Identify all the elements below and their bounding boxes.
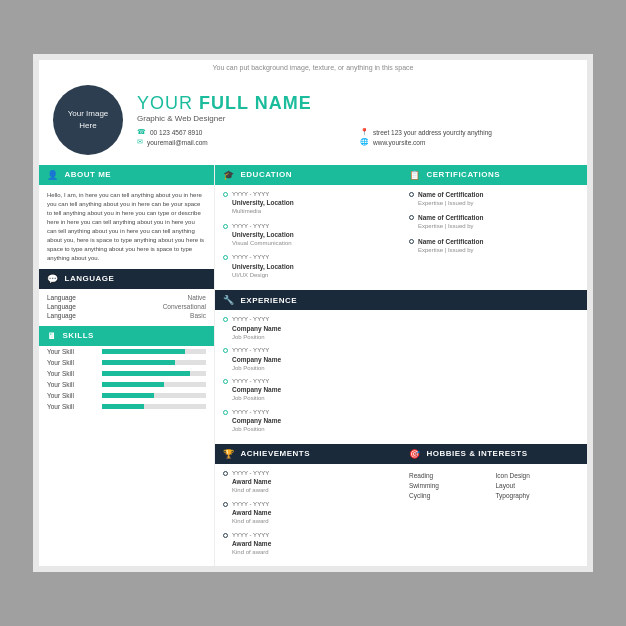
certifications-header: 📋 CERTIFICATIONS [401,165,587,185]
photo-circle: Your ImageHere [53,85,123,155]
skills-header: 🖥 SKILLS [39,326,214,346]
skill-bar-0 [102,349,206,354]
education-header: 🎓 EDUCATION [215,165,401,185]
achievements-list: YYYY - YYYY Award Name Kind of award YYY… [215,464,401,567]
bullet [223,379,228,384]
contact-phone: ☎ 00 123 4567 8910 [137,128,350,136]
skill-bar-5 [102,404,206,409]
education-list: YYYY - YYYY University, Location Multime… [215,185,401,291]
bullet [223,502,228,507]
education-label: EDUCATION [241,170,292,179]
list-item: YYYY - YYYY Company Name Job Position [223,346,579,372]
about-me-text: Hello, I am, in here you can tell anythi… [39,185,214,269]
list-item: Typography [496,492,580,499]
list-item: Your Skill [39,368,214,379]
list-item: Language Basic [47,312,206,319]
exp-0: YYYY - YYYY Company Name Job Position [232,315,281,341]
header-info: YOUR FULL NAME Graphic & Web Designer ☎ … [137,93,573,146]
contact-web: 🌐 www.yoursite.com [360,138,573,146]
skill-fill-4 [102,393,154,398]
list-item: Your Skill [39,390,214,401]
list-item: Language Native [47,294,206,301]
cert-text-0: Name of Certification Expertise | Issued… [418,190,483,207]
ach-2: YYYY - YYYY Award Name Kind of award [232,531,271,557]
lang-name-0: Language [47,294,76,301]
cert-text-1: Name of Certification Expertise | Issued… [418,213,483,230]
name-first: YOUR [137,93,199,113]
skill-fill-0 [102,349,185,354]
resume: Your ImageHere YOUR FULL NAME Graphic & … [39,75,587,567]
phone-icon: ☎ [137,128,146,136]
education-icon: 🎓 [223,170,235,180]
edu-text-1: YYYY - YYYY University, Location Visual … [232,222,294,248]
list-item: YYYY - YYYY University, Location Multime… [223,190,393,216]
hobbies-label: HOBBIES & INTERESTS [427,449,528,458]
skill-name-5: Your Skill [47,403,97,410]
cert-text-2: Name of Certification Expertise | Issued… [418,237,483,254]
about-me-header: 👤 ABOUT ME [39,165,214,185]
skill-bar-4 [102,393,206,398]
certifications-label: CERTIFICATIONS [427,170,501,179]
certifications-block: 📋 CERTIFICATIONS Name of Certification E… [401,165,587,291]
certifications-list: Name of Certification Expertise | Issued… [401,185,587,265]
language-header: 💬 LANGUAGE [39,269,214,289]
right-column: 🎓 EDUCATION YYYY - YYYY University, Loca… [214,165,587,567]
skill-fill-5 [102,404,144,409]
bullet [409,239,414,244]
top-banner: You can put background image, texture, o… [39,60,587,75]
bullet [409,215,414,220]
lang-name-1: Language [47,303,76,310]
trophy-icon: 🏆 [223,449,235,459]
list-item: Your Skill [39,401,214,412]
job-title: Graphic & Web Designer [137,114,573,123]
photo-text: Your ImageHere [68,108,109,130]
skill-name-3: Your Skill [47,381,97,388]
phone-text: 00 123 4567 8910 [150,129,202,136]
bullet [223,533,228,538]
bullet [223,192,228,197]
achievements-header: 🏆 ACHIEVEMENTS [215,444,401,464]
hobbies-grid: Reading Icon Design Swimming Layout Cycl… [409,472,579,499]
experience-header: 🔧 EXPERIENCE [215,290,587,310]
lang-level-0: Native [188,294,206,301]
web-icon: 🌐 [360,138,369,146]
skill-fill-1 [102,360,175,365]
list-item: Your Skill [39,379,214,390]
full-name: YOUR FULL NAME [137,93,573,114]
exp-3: YYYY - YYYY Company Name Job Position [232,408,281,434]
skill-name-2: Your Skill [47,370,97,377]
list-item: Name of Certification Expertise | Issued… [409,190,579,207]
list-item: Swimming [409,482,493,489]
name-last: FULL NAME [199,93,312,113]
cert-icon: 📋 [409,170,421,180]
list-item: Cycling [409,492,493,499]
skills-icon: 🖥 [47,331,57,341]
lang-level-1: Conversational [163,303,206,310]
edu-text-0: YYYY - YYYY University, Location Multime… [232,190,294,216]
resume-wrapper: You can put background image, texture, o… [33,54,593,573]
bullet [223,317,228,322]
address-text: street 123 your address yourcity anythin… [373,129,492,136]
experience-icon: 🔧 [223,295,235,305]
bullet [409,192,414,197]
language-icon: 💬 [47,274,59,284]
list-item: YYYY - YYYY Award Name Kind of award [223,531,393,557]
list-item: YYYY - YYYY University, Location Visual … [223,222,393,248]
language-label: LANGUAGE [65,274,115,283]
list-item: YYYY - YYYY Company Name Job Position [223,408,579,434]
skills-section: 🖥 SKILLS Your Skill Your Skill Your Skil… [39,326,214,412]
left-column: 👤 ABOUT ME Hello, I am, in here you can … [39,165,214,567]
list-item: Name of Certification Expertise | Issued… [409,237,579,254]
header: Your ImageHere YOUR FULL NAME Graphic & … [39,75,587,165]
hobbies-header: 🎯 HOBBIES & INTERESTS [401,444,587,464]
skills-list: Your Skill Your Skill Your Skill Your Sk… [39,346,214,412]
lang-name-2: Language [47,312,76,319]
right-bottom: 🏆 ACHIEVEMENTS YYYY - YYYY Award Name Ki… [215,444,587,567]
address-icon: 📍 [360,128,369,136]
ach-1: YYYY - YYYY Award Name Kind of award [232,500,271,526]
language-list: Language Native Language Conversational … [39,289,214,326]
lang-level-2: Basic [190,312,206,319]
exp-2: YYYY - YYYY Company Name Job Position [232,377,281,403]
email-icon: ✉ [137,138,143,146]
list-item: YYYY - YYYY Award Name Kind of award [223,469,393,495]
